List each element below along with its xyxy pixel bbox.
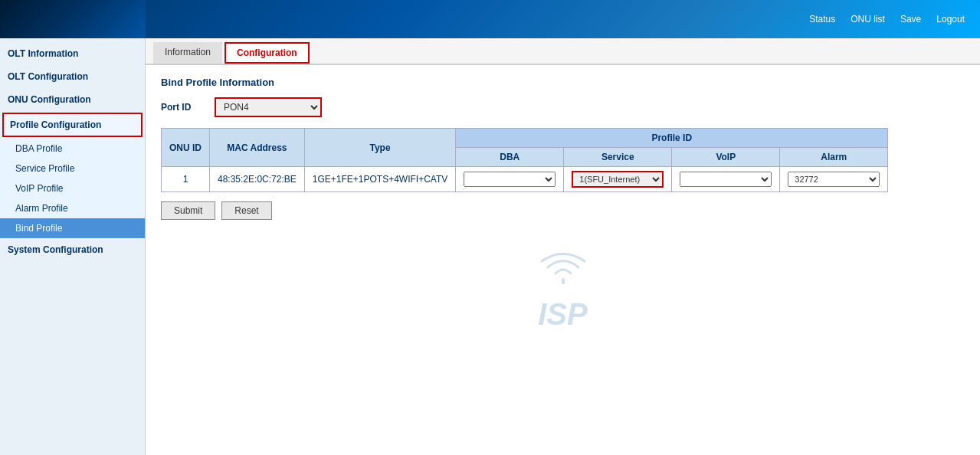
sidebar-item-service-profile[interactable]: Service Profile	[0, 159, 145, 178]
cell-alarm[interactable]: 32772	[780, 167, 888, 192]
isp-text: ISP	[161, 297, 965, 332]
col-onu-id: ONU ID	[162, 129, 210, 167]
port-id-select[interactable]: PON1 PON2 PON3 PON4 PON5 PON6 PON7 PON8	[215, 97, 322, 117]
main-content: Information Configuration Bind Profile I…	[146, 38, 980, 455]
bind-profile-table: ONU ID MAC Address Type Profile ID DBA S…	[161, 128, 888, 192]
col-voip: VoIP	[672, 148, 780, 167]
cell-onu-id: 1	[162, 167, 210, 192]
tab-information[interactable]: Information	[153, 42, 222, 64]
nav-logout[interactable]: Logout	[936, 14, 965, 25]
nav-onu-list[interactable]: ONU list	[851, 14, 885, 25]
col-mac-address: MAC Address	[210, 129, 305, 167]
port-id-label: Port ID	[161, 102, 207, 113]
alarm-select[interactable]: 32772	[788, 172, 880, 187]
dba-select[interactable]	[464, 172, 556, 187]
service-select[interactable]: 1(SFU_Internet)	[572, 171, 664, 188]
sidebar-item-onu-config[interactable]: ONU Configuration	[0, 88, 145, 111]
submit-button[interactable]: Submit	[161, 201, 215, 220]
button-row: Submit Reset	[161, 201, 965, 220]
nav-status[interactable]: Status	[809, 14, 835, 25]
col-alarm: Alarm	[780, 148, 888, 167]
cell-mac-address: 48:35:2E:0C:72:BE	[210, 167, 305, 192]
bind-profile-table-wrapper: ONU ID MAC Address Type Profile ID DBA S…	[161, 128, 965, 192]
isp-logo-watermark: ISP	[161, 250, 965, 332]
cell-service[interactable]: 1(SFU_Internet)	[564, 167, 672, 192]
col-type: Type	[304, 129, 456, 167]
header-nav: Status ONU list Save Logout	[809, 14, 965, 25]
profile-configuration-group[interactable]: Profile Configuration	[2, 113, 143, 137]
tabs: Information Configuration	[146, 38, 980, 65]
nav-save[interactable]: Save	[900, 14, 921, 25]
sidebar-item-system-config[interactable]: System Configuration	[0, 238, 145, 261]
sidebar-item-olt-info[interactable]: OLT Information	[0, 42, 145, 65]
col-profile-id: Profile ID	[456, 129, 888, 148]
cell-type: 1GE+1FE+1POTS+4WIFI+CATV	[304, 167, 456, 192]
sidebar: OLT Information OLT Configuration ONU Co…	[0, 38, 146, 455]
header: Status ONU list Save Logout	[0, 0, 980, 38]
sidebar-item-alarm-profile[interactable]: Alarm Profile	[0, 198, 145, 218]
reset-button[interactable]: Reset	[221, 201, 271, 220]
sidebar-item-dba-profile[interactable]: DBA Profile	[0, 139, 145, 159]
voip-select[interactable]	[680, 172, 772, 187]
cell-voip[interactable]	[672, 167, 780, 192]
content-area: Bind Profile Information Port ID PON1 PO…	[146, 65, 980, 343]
port-id-row: Port ID PON1 PON2 PON3 PON4 PON5 PON6 PO…	[161, 97, 965, 117]
sidebar-item-voip-profile[interactable]: VoIP Profile	[0, 178, 145, 198]
tab-configuration[interactable]: Configuration	[225, 42, 310, 64]
layout: OLT Information OLT Configuration ONU Co…	[0, 38, 980, 455]
wifi-icon	[161, 250, 965, 297]
col-dba: DBA	[456, 148, 564, 167]
col-service: Service	[564, 148, 672, 167]
table-row: 1 48:35:2E:0C:72:BE 1GE+1FE+1POTS+4WIFI+…	[162, 167, 888, 192]
sidebar-item-olt-config[interactable]: OLT Configuration	[0, 65, 145, 88]
cell-dba[interactable]	[456, 167, 564, 192]
sidebar-item-bind-profile[interactable]: Bind Profile	[0, 218, 145, 238]
logo	[0, 0, 146, 38]
section-title: Bind Profile Information	[161, 77, 965, 88]
